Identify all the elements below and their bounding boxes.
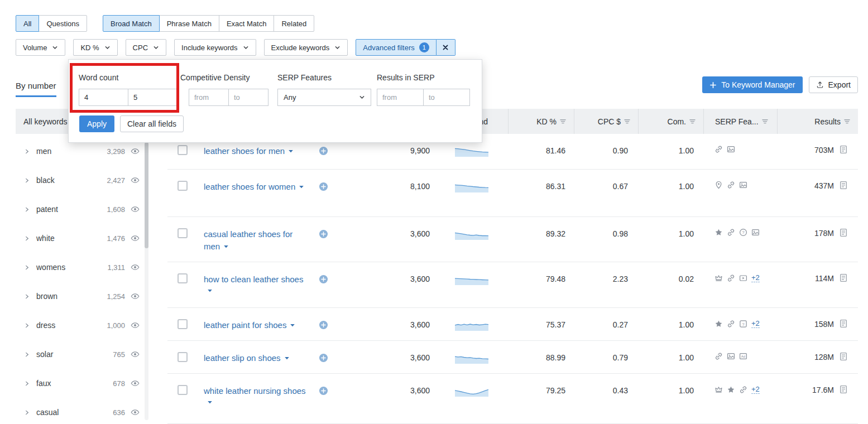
keyword-group-black[interactable]: black2,427: [16, 166, 150, 195]
eye-icon[interactable]: [131, 205, 140, 214]
row-checkbox[interactable]: [178, 352, 188, 362]
more-features-link[interactable]: +2: [751, 319, 760, 328]
caret-down-icon[interactable]: [223, 244, 229, 249]
row-checkbox[interactable]: [178, 385, 188, 395]
keyword-link[interactable]: how to clean leather shoes: [204, 274, 303, 284]
add-keyword-button[interactable]: [319, 229, 328, 239]
scrollbar-thumb[interactable]: [145, 142, 148, 248]
caret-down-icon[interactable]: [299, 184, 304, 190]
featured-snippet-icon: [714, 274, 723, 282]
keyword-link[interactable]: leather shoes for men: [204, 146, 285, 156]
eye-icon[interactable]: [131, 379, 140, 388]
results-in-serp-to-input[interactable]: [423, 89, 470, 106]
keyword-link[interactable]: white leather nursing shoes: [204, 386, 306, 396]
export-button[interactable]: Export: [809, 76, 858, 93]
caret-down-icon[interactable]: [207, 288, 213, 293]
chevron-right-icon[interactable]: [25, 236, 30, 241]
row-checkbox[interactable]: [178, 145, 188, 155]
filter-cpc-dropdown[interactable]: CPC: [126, 39, 166, 56]
more-features-link[interactable]: +2: [751, 273, 760, 282]
eye-icon[interactable]: [131, 350, 140, 359]
chevron-right-icon[interactable]: [25, 352, 30, 357]
keyword-link[interactable]: leather shoes for women: [204, 182, 295, 191]
caret-down-icon[interactable]: [284, 355, 290, 361]
keyword-group-patent[interactable]: patent1,608: [16, 195, 150, 224]
chevron-right-icon[interactable]: [25, 294, 30, 299]
add-keyword-button[interactable]: [319, 146, 328, 156]
more-features-link[interactable]: +2: [751, 385, 760, 394]
header-serp-features[interactable]: SERP Fea...: [703, 109, 777, 134]
to-keyword-manager-button[interactable]: To Keyword Manager: [702, 76, 802, 93]
competitive-density-to-input[interactable]: [228, 89, 268, 106]
header-kd[interactable]: KD %: [508, 109, 574, 134]
filter-kd-dropdown[interactable]: KD %: [73, 39, 117, 56]
row-checkbox[interactable]: [178, 181, 188, 191]
chevron-right-icon[interactable]: [25, 207, 30, 212]
export-icon: [816, 81, 824, 89]
filter-volume-dropdown[interactable]: Volume: [16, 39, 65, 56]
sidebar-scrollbar[interactable]: [145, 138, 148, 420]
row-checkbox[interactable]: [178, 228, 188, 238]
group-name: men: [36, 147, 51, 156]
advanced-filters-button[interactable]: Advanced filters1: [356, 39, 437, 56]
chevron-right-icon[interactable]: [25, 265, 30, 270]
apply-button[interactable]: Apply: [79, 115, 114, 132]
video-icon: [739, 274, 747, 282]
kd-cell: 86.31: [508, 181, 574, 192]
eye-icon[interactable]: [131, 147, 140, 156]
header-results[interactable]: Results: [777, 109, 858, 134]
row-checkbox[interactable]: [178, 319, 188, 329]
add-keyword-button[interactable]: [319, 353, 328, 363]
competitive-density-from-input[interactable]: [189, 89, 229, 106]
tab-by-number[interactable]: By number: [16, 81, 56, 97]
add-keyword-button[interactable]: [319, 320, 328, 330]
tab-all[interactable]: All: [16, 15, 39, 32]
eye-icon[interactable]: [131, 321, 140, 330]
chevron-right-icon[interactable]: [25, 381, 30, 386]
results-in-serp-from-input[interactable]: [377, 89, 424, 106]
keyword-group-solar[interactable]: solar765: [16, 340, 150, 369]
chevron-right-icon[interactable]: [25, 323, 30, 328]
keyword-link[interactable]: leather slip on shoes: [204, 353, 281, 363]
chevron-right-icon[interactable]: [25, 149, 30, 154]
tab-related[interactable]: Related: [274, 15, 314, 32]
eye-icon[interactable]: [131, 176, 140, 185]
tab-phrase-match[interactable]: Phrase Match: [159, 15, 219, 32]
chevron-right-icon[interactable]: [25, 178, 30, 183]
serp-features-select[interactable]: Any: [277, 89, 371, 106]
add-keyword-button[interactable]: [319, 274, 328, 284]
eye-icon[interactable]: [131, 292, 140, 301]
trend-cell: [435, 145, 508, 157]
advanced-filters-close-button[interactable]: [437, 39, 455, 56]
row-checkbox[interactable]: [178, 273, 188, 283]
tab-exact-match[interactable]: Exact Match: [219, 15, 275, 32]
eye-icon[interactable]: [131, 234, 140, 243]
caret-down-icon[interactable]: [290, 322, 295, 328]
add-keyword-button[interactable]: [319, 386, 328, 396]
caret-down-icon[interactable]: [207, 399, 213, 405]
eye-icon[interactable]: [131, 263, 140, 272]
tab-questions[interactable]: Questions: [39, 15, 87, 32]
keyword-row: casual leather shoes for men3,60089.320.…: [167, 217, 858, 262]
com-cell: 1.00: [638, 228, 703, 240]
add-keyword-button[interactable]: [319, 182, 328, 191]
tab-broad-match[interactable]: Broad Match: [103, 15, 160, 32]
keyword-group-womens[interactable]: womens1,311: [16, 253, 150, 282]
keyword-group-white[interactable]: white1,476: [16, 224, 150, 253]
eye-icon[interactable]: [131, 408, 140, 417]
keyword-group-brown[interactable]: brown1,254: [16, 282, 150, 311]
keyword-group-faux[interactable]: faux678: [16, 369, 150, 398]
filter-include-keywords-dropdown[interactable]: Include keywords: [174, 39, 256, 56]
keyword-group-dress[interactable]: dress1,000: [16, 311, 150, 340]
clear-all-fields-button[interactable]: Clear all fields: [120, 115, 184, 132]
keyword-link[interactable]: leather paint for shoes: [204, 320, 286, 330]
keyword-link[interactable]: casual leather shoes for men: [204, 229, 292, 251]
header-cpc[interactable]: CPC $: [574, 109, 638, 134]
header-com[interactable]: Com.: [638, 109, 703, 134]
keyword-group-casual[interactable]: casual636: [16, 398, 150, 424]
word-count-from-input[interactable]: [79, 89, 128, 106]
chevron-right-icon[interactable]: [25, 410, 30, 415]
filter-exclude-keywords-dropdown[interactable]: Exclude keywords: [264, 39, 348, 56]
word-count-to-input[interactable]: [128, 89, 178, 106]
caret-down-icon[interactable]: [288, 148, 294, 154]
